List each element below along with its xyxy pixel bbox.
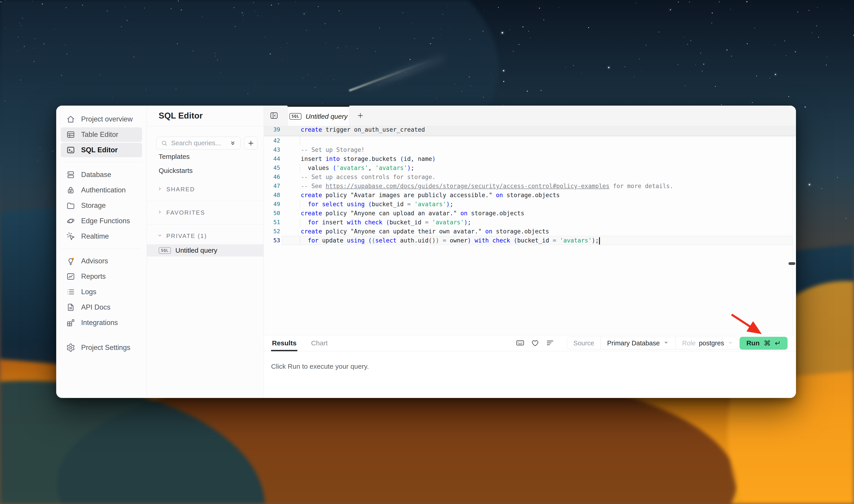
orbit-icon [66, 216, 75, 226]
sql-badge: SQL [159, 247, 171, 254]
code-line-51[interactable]: 51 for insert with check (bucket_id = 'a… [264, 218, 796, 227]
code-text: for insert with check (bucket_id = 'avat… [285, 218, 471, 227]
new-query-button[interactable] [244, 137, 258, 149]
code-line-49[interactable]: 49 for select using (bucket_id = 'avatar… [264, 200, 796, 209]
tab-untitled-query[interactable]: SQL Untitled query [287, 106, 349, 126]
database-select[interactable]: Primary Database [601, 337, 676, 349]
query-list-item[interactable]: SQLUntitled query [147, 244, 264, 256]
nav-label: API Docs [81, 303, 110, 311]
code-text: create trigger on_auth_user_created [285, 126, 425, 135]
cursor-click-icon [66, 232, 75, 241]
results-tabs: ResultsChart [271, 335, 341, 351]
keyboard-shortcuts-button[interactable] [515, 338, 525, 348]
sidebar-item-authentication[interactable]: Authentication [61, 183, 142, 197]
nav-label: Storage [81, 201, 106, 210]
return-key-icon: ↵ [775, 339, 781, 347]
new-tab-button[interactable] [356, 111, 365, 121]
quickstarts-link[interactable]: Quickstarts [159, 164, 264, 178]
nav-label: Project overview [81, 115, 132, 123]
line-number: 39 [264, 126, 280, 135]
chevrons-down-icon[interactable] [229, 140, 236, 147]
gear-icon [66, 343, 75, 352]
role-select[interactable]: Role postgres [676, 337, 740, 349]
query-sections: SHAREDFAVORITESPRIVATE (1)SQLUntitled qu… [147, 178, 264, 256]
cmd-key-icon: ⌘ [764, 339, 771, 347]
file-text-icon [66, 303, 75, 312]
code-line-53[interactable]: 53 for update using ((select auth.uid())… [264, 236, 796, 245]
keyboard-icon [515, 338, 525, 348]
code-text: insert into storage.buckets (id, name) [285, 154, 436, 163]
sidebar-item-database[interactable]: Database [61, 167, 142, 182]
tab-label: Untitled query [306, 113, 347, 120]
code-text: create policy "Avatar images are publicl… [285, 191, 560, 200]
sidebar-item-table-editor[interactable]: Table Editor [61, 127, 142, 142]
primary-sidebar: Project overviewTable EditorSQL EditorDa… [56, 106, 147, 398]
code-text: values ('avatars', 'avatars'); [285, 163, 414, 173]
sidebar-item-realtime[interactable]: Realtime [61, 229, 142, 244]
results-tab-results[interactable]: Results [271, 335, 297, 351]
nav-label: Table Editor [81, 130, 118, 139]
results-tab-chart[interactable]: Chart [310, 335, 328, 351]
sidebar-item-advisors[interactable]: Advisors [61, 254, 142, 268]
terminal-icon [66, 145, 75, 155]
results-empty-message: Click Run to execute your query. [271, 363, 369, 370]
search-placeholder: Search queries... [171, 139, 226, 147]
sidebar-item-logs[interactable]: Logs [61, 285, 142, 299]
run-button[interactable]: Run ⌘ ↵ [740, 337, 787, 350]
code-line-46[interactable]: 46-- Set up access controls for storage. [264, 173, 796, 181]
format-button[interactable] [545, 338, 555, 348]
code-line-48[interactable]: 48create policy "Avatar images are publi… [264, 191, 796, 200]
nav-label: Logs [81, 288, 96, 296]
home-icon [66, 115, 75, 124]
database-icon [66, 170, 75, 179]
code-text: create policy "Anyone can update their o… [285, 227, 549, 236]
search-queries-input[interactable]: Search queries... [157, 137, 240, 149]
sql-code-editor[interactable]: 39create trigger on_auth_user_created 42… [264, 126, 796, 335]
sidebar-item-reports[interactable]: Reports [61, 269, 142, 284]
templates-link[interactable]: Templates [159, 149, 264, 164]
nav-label: Integrations [81, 319, 118, 327]
heart-icon [531, 338, 540, 348]
nav-label: Advisors [81, 257, 108, 265]
code-line-45[interactable]: 45 values ('avatars', 'avatars'); [264, 163, 796, 173]
sidebar-item-sql-editor[interactable]: SQL Editor [61, 143, 142, 157]
results-panel: Click Run to execute your query. [264, 351, 796, 398]
sidebar-item-api-docs[interactable]: API Docs [61, 300, 142, 314]
plus-icon [357, 112, 364, 120]
code-line-42[interactable]: 42 [264, 136, 796, 145]
code-line-50[interactable]: 50create policy "Anyone can upload an av… [264, 209, 796, 218]
sidebar-item-integrations[interactable]: Integrations [61, 316, 142, 330]
sidebar-item-edge-functions[interactable]: Edge Functions [61, 214, 142, 228]
page-title: SQL Editor [159, 111, 203, 121]
scrollbar-handle[interactable] [788, 262, 795, 265]
line-number: 46 [264, 173, 280, 181]
code-line-43[interactable]: 43-- Set up Storage! [264, 145, 796, 154]
section-label: PRIVATE (1) [166, 233, 207, 239]
code-text: -- Set up access controls for storage. [285, 173, 436, 181]
lightbulb-badge-icon [66, 256, 75, 266]
panel-collapse-icon [270, 111, 278, 121]
line-number: 51 [264, 218, 280, 227]
folder-icon [66, 201, 75, 210]
section-shared[interactable]: SHARED [147, 183, 264, 196]
nav-label: Realtime [81, 232, 109, 240]
query-item-label: Untitled query [176, 247, 217, 254]
sidebar-item-storage[interactable]: Storage [61, 198, 142, 213]
collapse-sidebar-button[interactable] [269, 111, 279, 121]
favorite-button[interactable] [530, 338, 540, 348]
section-favorites[interactable]: FAVORITES [147, 206, 264, 219]
editor-main: SQL Untitled query 39create trigger on_a… [264, 106, 796, 398]
sidebar-item-project-overview[interactable]: Project overview [61, 112, 142, 126]
code-line-44[interactable]: 44insert into storage.buckets (id, name) [264, 154, 796, 163]
line-number: 44 [264, 154, 280, 163]
sticky-scroll-line[interactable]: 39create trigger on_auth_user_created [264, 126, 796, 135]
code-line-47[interactable]: 47-- See https://supabase.com/docs/guide… [264, 181, 796, 191]
section-label: SHARED [166, 186, 195, 193]
code-line-52[interactable]: 52create policy "Anyone can update their… [264, 227, 796, 236]
code-text: for update using ((select auth.uid()) = … [285, 236, 600, 245]
tab-strip: SQL Untitled query [264, 106, 796, 126]
section-private-1[interactable]: PRIVATE (1) [147, 229, 264, 242]
sidebar-item-project-settings[interactable]: Project Settings [61, 340, 142, 355]
section-divider [147, 201, 264, 201]
section-divider [147, 224, 264, 224]
